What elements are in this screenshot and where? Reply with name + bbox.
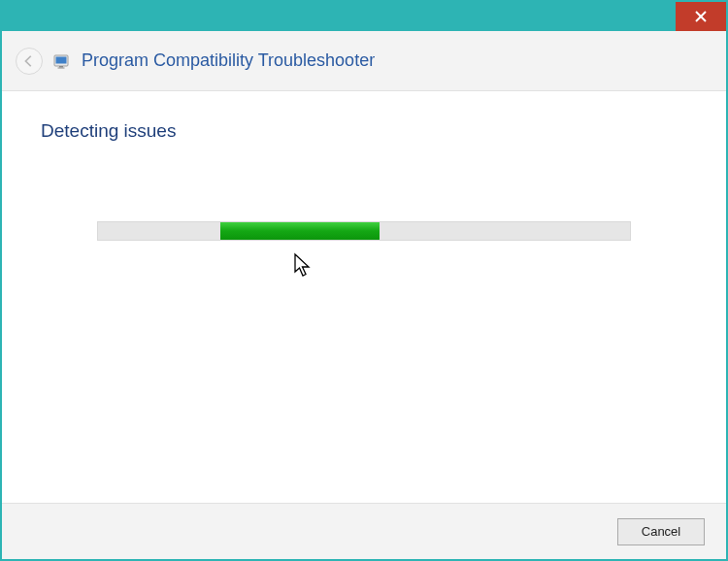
progress-fill bbox=[220, 222, 380, 240]
window-close-button[interactable] bbox=[676, 2, 726, 31]
svg-rect-5 bbox=[58, 67, 65, 68]
wizard-footer: Cancel bbox=[2, 503, 726, 559]
svg-rect-3 bbox=[56, 56, 67, 63]
window-title: Program Compatibility Troubleshooter bbox=[82, 50, 375, 71]
progress-bar bbox=[97, 221, 631, 241]
troubleshooter-window: Program Compatibility Troubleshooter Det… bbox=[0, 0, 728, 561]
svg-rect-4 bbox=[59, 66, 63, 68]
back-button[interactable] bbox=[16, 48, 43, 75]
troubleshooter-app-icon bbox=[52, 51, 72, 71]
cursor-pointer-icon bbox=[293, 252, 313, 278]
wizard-content: Detecting issues bbox=[2, 91, 726, 503]
status-heading: Detecting issues bbox=[41, 120, 687, 142]
wizard-header: Program Compatibility Troubleshooter bbox=[2, 31, 726, 91]
window-titlebar bbox=[2, 2, 726, 31]
progress-container bbox=[41, 221, 687, 241]
back-arrow-icon bbox=[22, 54, 36, 68]
close-icon bbox=[695, 11, 707, 22]
cancel-button[interactable]: Cancel bbox=[617, 518, 705, 545]
